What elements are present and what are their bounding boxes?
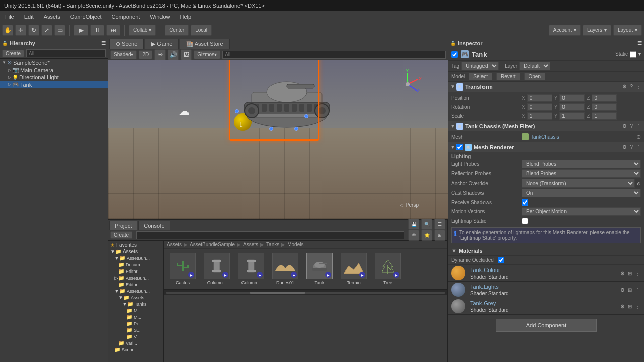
open-btn[interactable]: Open <box>524 73 545 80</box>
sidebar-v1[interactable]: 📁 V... <box>108 333 163 340</box>
asset-column2[interactable]: ▶ Column... <box>236 253 266 285</box>
asset-play-icon[interactable]: ▶ <box>393 272 399 278</box>
meshrenderer-toggle[interactable] <box>456 144 463 150</box>
hierarchy-search[interactable] <box>26 49 106 57</box>
local-button[interactable]: Local <box>191 25 212 36</box>
asset-play-icon[interactable]: ▶ <box>359 272 365 278</box>
mat-colour-settings[interactable]: ⚙ <box>619 270 626 276</box>
sidebar-assetbun3[interactable]: ▼ 📁 AssetBun... <box>108 288 163 294</box>
center-button[interactable]: Center <box>165 25 189 36</box>
menu-assets[interactable]: Assets <box>39 14 65 20</box>
add-component-button[interactable]: Add Component <box>496 319 597 332</box>
breadcrumb-models[interactable]: Models <box>287 242 303 247</box>
toolbar-hand[interactable]: ✋ <box>2 25 13 36</box>
hierarchy-item-tank[interactable]: ▷ 🎮 Tank <box>0 81 108 88</box>
rot-x[interactable] <box>527 103 552 111</box>
hierarchy-item-directionallight[interactable]: ▷ 💡 Directional Light <box>0 74 108 81</box>
mat-lights-expand[interactable]: ⊞ <box>627 287 633 293</box>
mat-lights-settings[interactable]: ⚙ <box>619 287 626 293</box>
transform-more-btn[interactable]: ⋮ <box>635 84 642 89</box>
sidebar-assetbun2[interactable]: ▷ 📁 AssetBun... <box>108 275 163 281</box>
lighting-toggle[interactable]: ☀ <box>154 49 166 60</box>
breadcrumb-assets[interactable]: Assets <box>167 242 182 247</box>
mat-grey-settings[interactable]: ⚙ <box>619 304 626 309</box>
sidebar-pi[interactable]: 📁 Pi... <box>108 320 163 327</box>
sidebar-assetbun1[interactable]: ▼ 📁 AssetBun... <box>108 255 163 261</box>
project-search-icon[interactable]: 🔍 <box>421 219 432 230</box>
mat-grey-expand[interactable]: ⊞ <box>627 304 633 309</box>
tab-asset-store[interactable]: 🏬 Asset Store <box>180 39 229 49</box>
revert-btn[interactable]: Revert <box>496 73 520 80</box>
breadcrumb-tanks[interactable]: Tanks <box>266 242 279 247</box>
tab-game[interactable]: ▶ Game <box>145 39 179 49</box>
mr-info-btn[interactable]: ? <box>629 144 634 150</box>
breadcrumb-assetbundlesample[interactable]: AssetBundleSample <box>190 242 235 247</box>
sidebar-scene[interactable]: 📁 Scene... <box>108 346 163 353</box>
mf-more-btn[interactable]: ⋮ <box>635 123 642 129</box>
mf-info-btn[interactable]: ? <box>629 123 634 129</box>
transform-header[interactable]: ▼ ⊕ Transform ⚙ ? ⋮ <box>448 82 644 92</box>
effects-toggle[interactable]: 🖼 <box>181 49 192 60</box>
menu-window[interactable]: Window <box>145 14 175 20</box>
transform-info-btn[interactable]: ? <box>629 84 634 89</box>
sidebar-editor1[interactable]: 📁 Editor <box>108 268 163 275</box>
project-menu-icon[interactable]: ☰ <box>434 219 445 230</box>
asset-play-icon[interactable]: ▶ <box>325 272 331 278</box>
motionvectors-select[interactable]: Per Object Motion <box>522 207 641 216</box>
object-active-toggle[interactable] <box>451 51 458 58</box>
tab-console[interactable]: Console <box>138 221 170 230</box>
receiveshadows-checkbox[interactable] <box>522 199 528 206</box>
mesh-select-icon[interactable]: ⊙ <box>636 134 641 140</box>
material-tank-grey[interactable]: Tank.Grey Shader Standard ⚙ ⊞ ⋮ <box>448 298 644 315</box>
rot-z[interactable] <box>592 103 617 111</box>
2d-toggle[interactable]: 2D <box>139 50 152 59</box>
mat-colour-expand[interactable]: ⊞ <box>627 270 633 276</box>
sidebar-tanks[interactable]: ▼ 📁 Tanks <box>108 301 163 307</box>
scale-z[interactable] <box>592 112 617 120</box>
asset-play-icon[interactable]: ▶ <box>257 272 263 278</box>
project-star-icon[interactable]: ⭐ <box>421 230 432 241</box>
project-eye-icon[interactable]: 👁 <box>408 230 419 241</box>
tab-project[interactable]: Project <box>109 221 137 230</box>
sidebar-editor2[interactable]: 📁 Editor <box>108 281 163 288</box>
meshfilter-header[interactable]: ▼ ▦ Tank Chassis (Mesh Filter) ⚙ ? ⋮ <box>448 121 644 131</box>
static-checkbox[interactable] <box>630 51 636 58</box>
pause-button[interactable]: ⏸ <box>90 25 104 36</box>
sidebar-favorites[interactable]: ★ Favorites <box>108 242 163 248</box>
toolbar-scale[interactable]: ⤢ <box>41 25 52 36</box>
inspector-menu-icon[interactable]: ☰ <box>637 40 642 46</box>
menu-edit[interactable]: Edit <box>19 14 39 20</box>
lightmapstatic-checkbox[interactable] <box>522 218 528 224</box>
collab-button[interactable]: Collab ▾ <box>129 25 156 36</box>
hierarchy-item-maincamera[interactable]: ▷ 📷 Main Camera <box>0 66 108 74</box>
mat-grey-more[interactable]: ⋮ <box>634 304 641 309</box>
project-grid-icon[interactable]: ⊞ <box>434 230 445 241</box>
asset-play-icon[interactable]: ▶ <box>222 272 228 278</box>
sidebar-docum[interactable]: 📁 Docum... <box>108 261 163 268</box>
shading-mode-btn[interactable]: Shaded ▾ <box>110 50 137 59</box>
toolbar-rotate[interactable]: ↻ <box>28 25 39 36</box>
hierarchy-item-samplescene[interactable]: ▼ ⊙ SampleScene* <box>0 59 108 66</box>
menu-file[interactable]: File <box>0 14 19 20</box>
layers-button[interactable]: Layers ▾ <box>583 25 611 36</box>
inspector-lock-icon[interactable]: 🔒 <box>450 41 456 46</box>
material-tank-colour[interactable]: Tank.Colour Shader Standard ⚙ ⊞ ⋮ <box>448 265 644 282</box>
asset-tree[interactable]: ▶ Tree <box>373 253 403 285</box>
pos-y[interactable] <box>559 94 585 102</box>
select-btn[interactable]: Select <box>469 73 492 80</box>
lightprobes-select[interactable]: Blend Probes <box>522 160 641 168</box>
sidebar-vari[interactable]: 📁 Vari... <box>108 340 163 346</box>
meshrenderer-header[interactable]: ▼ ▣ Mesh Renderer ⚙ ? ⋮ <box>448 142 644 152</box>
toolbar-rect[interactable]: ▭ <box>54 25 65 36</box>
asset-cactus[interactable]: ▶ Cactus <box>168 253 198 285</box>
hierarchy-lock-icon[interactable]: 🔒 <box>2 41 8 46</box>
mr-settings-btn[interactable]: ⚙ <box>621 144 628 150</box>
toolbar-move[interactable]: ✛ <box>15 25 26 36</box>
asset-play-icon[interactable]: ▶ <box>188 272 194 278</box>
menu-help[interactable]: Help <box>175 14 196 20</box>
sidebar-s[interactable]: 📁 S... <box>108 327 163 333</box>
play-button[interactable]: ▶ <box>74 25 88 36</box>
sidebar-assets[interactable]: ▼ 📁 Assets <box>108 248 163 255</box>
gizmos-btn[interactable]: Gizmos ▾ <box>194 50 220 59</box>
mr-more-btn[interactable]: ⋮ <box>635 144 642 150</box>
